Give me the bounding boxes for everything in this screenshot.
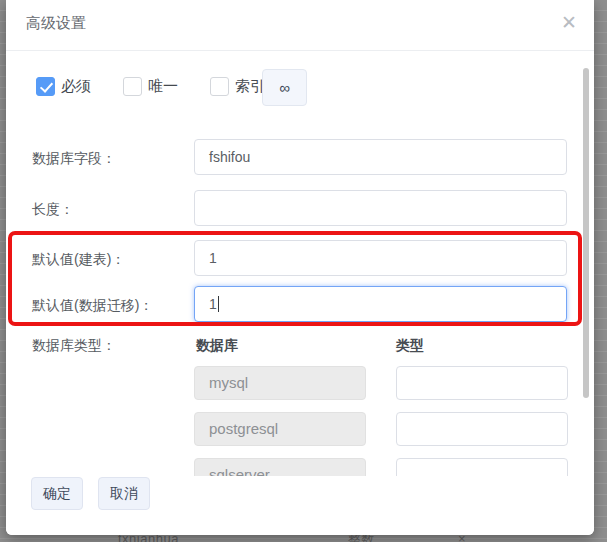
- db-type-section-label: 数据库类型：: [32, 337, 116, 355]
- field-label-length: 长度：: [32, 201, 74, 219]
- infinity-button[interactable]: ∞: [262, 69, 307, 106]
- checkbox-unchecked-icon[interactable]: [210, 77, 229, 96]
- checkbox-label: 唯一: [148, 77, 178, 96]
- checkbox-required[interactable]: 必须: [36, 77, 91, 96]
- column-header-type: 类型: [396, 337, 424, 355]
- field-label-default-migration: 默认值(数据迁移)：: [32, 297, 153, 315]
- checkbox-label: 索引: [235, 77, 265, 96]
- dialog-title: 高级设置: [26, 14, 86, 33]
- dialog-scrollbar-thumb[interactable]: [583, 68, 589, 398]
- cancel-button[interactable]: 取消: [98, 477, 150, 510]
- checkbox-unique[interactable]: 唯一: [123, 77, 178, 96]
- header-divider: [6, 50, 594, 51]
- default-migration-input[interactable]: 1: [194, 286, 567, 322]
- checkbox-label: 必须: [61, 77, 91, 96]
- advanced-settings-dialog: 高级设置 ✕ 必须 唯一 索引 ∞ 数据库字段： fshifou 长度： 默认值…: [6, 0, 594, 535]
- checkbox-group: 必须 唯一 索引: [36, 77, 297, 96]
- default-create-input[interactable]: 1: [194, 240, 567, 276]
- length-input[interactable]: [194, 190, 567, 226]
- text-caret: [218, 296, 219, 312]
- checkbox-unchecked-icon[interactable]: [123, 77, 142, 96]
- db-type-input-postgresql[interactable]: [396, 412, 568, 446]
- db-type-input-mysql[interactable]: [396, 366, 568, 400]
- db-name-cell-postgresql: postgresql: [194, 412, 366, 446]
- checkbox-checked-icon[interactable]: [36, 77, 55, 96]
- field-label-db-field: 数据库字段：: [32, 150, 116, 168]
- checkbox-index[interactable]: 索引: [210, 77, 265, 96]
- dialog-footer: 确定 取消: [6, 476, 594, 535]
- input-value: 1: [209, 296, 217, 312]
- close-icon[interactable]: ✕: [558, 12, 580, 34]
- db-field-input[interactable]: fshifou: [194, 139, 567, 175]
- column-header-database: 数据库: [196, 337, 238, 355]
- ok-button[interactable]: 确定: [31, 477, 83, 510]
- db-name-cell-mysql: mysql: [194, 366, 366, 400]
- field-label-default-create: 默认值(建表)：: [32, 251, 125, 269]
